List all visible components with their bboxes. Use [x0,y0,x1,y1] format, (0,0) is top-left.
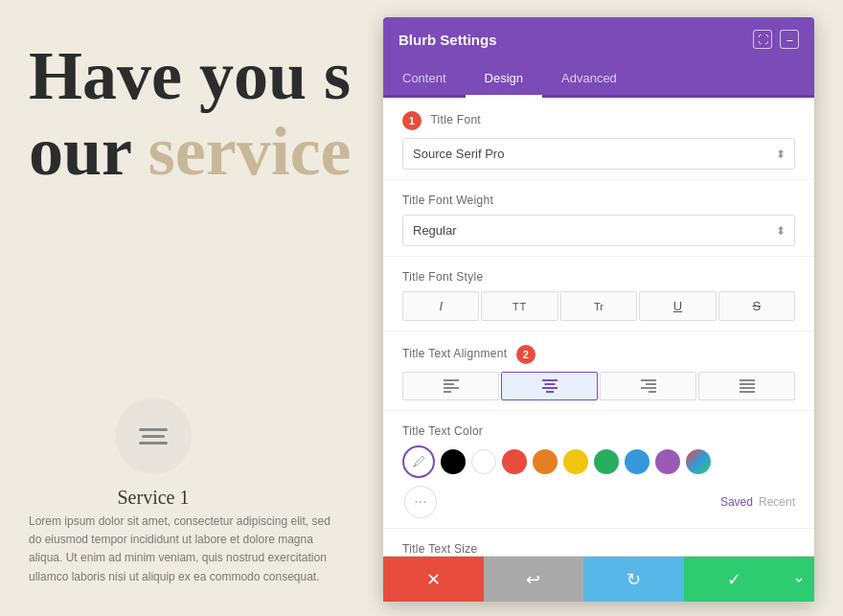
svg-rect-0 [444,379,459,381]
recent-tab[interactable]: Recent [759,495,795,509]
align-justify-button[interactable] [698,372,795,400]
color-white[interactable] [471,449,496,474]
title-color-section: Title Text Color [383,411,814,529]
color-red[interactable] [502,449,527,474]
align-left-icon [444,379,459,393]
title-font-style-label: Title Font Style [402,270,795,284]
cancel-button[interactable]: ✕ [383,557,484,602]
eyedropper-icon [412,455,425,468]
collapse-icon[interactable]: ‒ [780,30,799,49]
settings-panel: Blurb Settings ⛶ ‒ Content Design Advanc… [383,17,814,602]
color-blue[interactable] [625,449,649,474]
arrow-icon [794,575,804,584]
color-gradient[interactable] [686,449,711,474]
color-black[interactable] [441,449,466,474]
panel-header: Blurb Settings ⛶ ‒ [383,17,814,61]
color-yellow[interactable] [563,449,588,474]
title-font-section: 1 Title Font Source Serif Pro ⬍ [383,98,814,180]
style-buttons-group: I TT Tr U S [402,291,795,321]
redo-button[interactable]: ↻ [583,557,684,602]
panel-body: 1 Title Font Source Serif Pro ⬍ Title Fo… [383,98,814,556]
align-center-button[interactable] [501,372,598,400]
panel-tabs: Content Design Advanced [383,61,814,98]
svg-rect-4 [542,379,558,381]
alignment-buttons-group [402,372,795,400]
svg-rect-11 [649,391,656,393]
svg-rect-10 [641,387,656,389]
undo-button[interactable]: ↩ [484,557,584,602]
service-icon [115,398,192,474]
svg-rect-5 [544,383,555,385]
panel-title: Blurb Settings [399,32,497,48]
bg-headline: Have you s our service [29,38,352,190]
title-font-weight-select[interactable]: Regular [402,215,795,246]
svg-rect-2 [444,387,459,389]
svg-rect-7 [546,391,554,393]
svg-rect-12 [740,379,755,381]
color-purple[interactable] [655,449,680,474]
svg-rect-8 [641,379,656,381]
svg-rect-14 [740,387,755,389]
align-justify-icon [740,379,755,393]
align-left-button[interactable] [402,372,499,400]
color-section: ··· Saved Recent [402,445,795,518]
extra-button[interactable] [785,557,814,602]
title-font-select-wrapper: Source Serif Pro ⬍ [402,138,795,170]
svg-rect-6 [542,387,558,389]
badge-1: 1 [402,111,422,130]
save-button[interactable]: ✓ [684,557,785,602]
expand-icon[interactable]: ⛶ [753,30,772,49]
panel-footer: ✕ ↩ ↻ ✓ [383,556,814,602]
svg-rect-1 [444,383,454,385]
title-font-weight-select-wrapper: Regular ⬍ [402,215,795,246]
title-font-select[interactable]: Source Serif Pro [402,138,795,170]
title-color-label: Title Text Color [402,424,795,438]
svg-rect-15 [740,391,755,393]
tab-advanced[interactable]: Advanced [542,61,636,98]
lines-icon [139,428,168,445]
color-green[interactable] [594,449,619,474]
header-icons: ⛶ ‒ [753,30,799,49]
capitalize-button[interactable]: Tr [560,291,637,321]
align-right-button[interactable] [600,372,696,400]
more-colors-button[interactable]: ··· [404,486,437,518]
title-alignment-label: Title Text Alignment 2 [402,345,795,364]
align-center-icon [542,379,558,393]
allcaps-button[interactable]: TT [481,291,558,321]
align-right-icon [641,379,656,393]
svg-rect-13 [740,383,755,385]
svg-rect-3 [444,391,451,393]
color-picker-button[interactable] [402,445,435,478]
svg-point-16 [413,465,415,467]
underline-button[interactable]: U [639,291,716,321]
service-description: Lorem ipsum dolor sit amet, consectetur … [29,513,335,586]
italic-button[interactable]: I [402,291,479,321]
title-font-weight-label: Title Font Weight [402,194,795,207]
title-text-size-section: Title Text Size Desktop Tablet Phone 3 [383,529,814,556]
title-font-weight-section: Title Font Weight Regular ⬍ [383,180,814,257]
saved-tab[interactable]: Saved [720,495,753,509]
color-swatches-row [402,445,795,478]
title-font-label: 1 Title Font [402,111,795,130]
strikethrough-button[interactable]: S [718,291,795,321]
color-orange[interactable] [533,449,558,474]
badge-2: 2 [516,345,535,364]
title-alignment-section: Title Text Alignment 2 [383,331,814,411]
svg-rect-9 [646,383,656,385]
title-font-style-section: Title Font Style I TT Tr U S [383,257,814,331]
tab-content[interactable]: Content [383,61,466,98]
tab-design[interactable]: Design [466,61,542,98]
title-text-size-label: Title Text Size [402,542,795,556]
service-title: Service 1 [77,487,230,509]
